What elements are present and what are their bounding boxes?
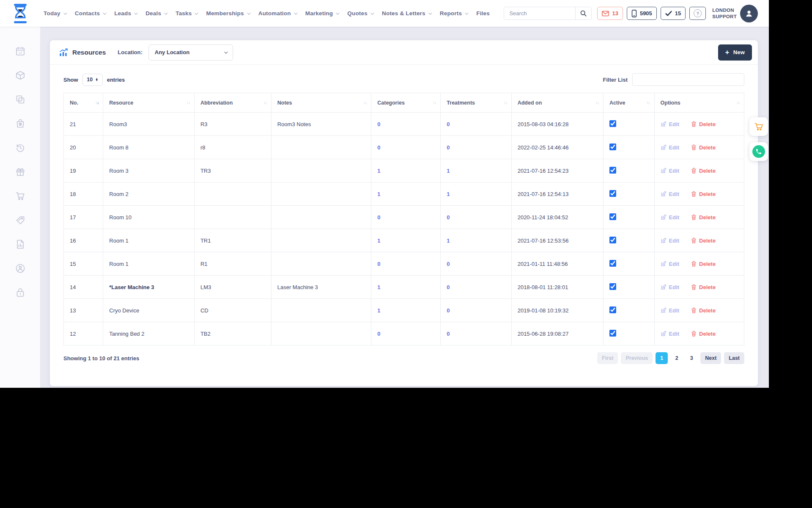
phone-float-button[interactable] [749, 142, 768, 161]
nav-item-today[interactable]: Today [44, 10, 66, 17]
treatments-link[interactable]: 0 [447, 214, 450, 221]
active-checkbox[interactable] [609, 167, 616, 174]
page-size-select[interactable]: 10 ▲▼ [82, 74, 103, 86]
treatments-link[interactable]: 1 [447, 191, 450, 197]
delete-button[interactable]: Delete [691, 261, 716, 267]
treatments-link[interactable]: 1 [447, 168, 450, 174]
treatments-link[interactable]: 0 [447, 261, 450, 267]
treatments-link[interactable]: 0 [447, 284, 450, 290]
categories-link[interactable]: 1 [377, 237, 380, 244]
edit-button[interactable]: Edit [661, 121, 680, 127]
nav-item-notes-letters[interactable]: Notes & Letters [382, 10, 431, 17]
search-input[interactable] [504, 7, 575, 19]
column-header-notes[interactable]: Notes↑↓ [271, 93, 371, 113]
nav-item-quotes[interactable]: Quotes [347, 10, 373, 17]
categories-link[interactable]: 1 [377, 307, 380, 314]
categories-link[interactable]: 0 [377, 261, 380, 267]
phone-badge[interactable]: 5905 [627, 7, 657, 20]
sidebar-item-gift-vouchers[interactable] [15, 167, 25, 177]
nav-item-files[interactable]: Files [476, 10, 490, 17]
categories-link[interactable]: 0 [377, 331, 380, 337]
edit-button[interactable]: Edit [661, 168, 680, 174]
sidebar-item-history[interactable] [15, 143, 25, 153]
help-button[interactable]: ? [689, 7, 706, 20]
column-header-active[interactable]: Active↑↓ [603, 93, 654, 113]
nav-item-automation[interactable]: Automation [258, 10, 296, 17]
active-checkbox[interactable] [609, 144, 616, 150]
column-header-options[interactable]: Options↑↓ [654, 93, 744, 113]
edit-button[interactable]: Edit [661, 307, 680, 314]
treatments-link[interactable]: 0 [447, 331, 450, 337]
sidebar-item-security[interactable] [15, 287, 25, 298]
column-header-abbreviation[interactable]: Abbreviation↑↓ [194, 93, 271, 113]
active-checkbox[interactable] [609, 213, 616, 220]
active-checkbox[interactable] [609, 120, 616, 127]
sidebar-item-shop[interactable] [15, 191, 25, 201]
active-checkbox[interactable] [609, 330, 616, 337]
treatments-link[interactable]: 1 [447, 237, 450, 244]
nav-item-tasks[interactable]: Tasks [176, 10, 197, 17]
edit-button[interactable]: Edit [661, 284, 680, 290]
active-checkbox[interactable] [609, 306, 616, 313]
active-checkbox[interactable] [609, 237, 616, 243]
delete-button[interactable]: Delete [691, 168, 716, 174]
app-logo[interactable] [0, 3, 40, 24]
categories-link[interactable]: 1 [377, 284, 380, 290]
edit-button[interactable]: Edit [661, 237, 680, 244]
delete-button[interactable]: Delete [691, 144, 716, 151]
filter-input[interactable] [632, 73, 744, 86]
cart-float-button[interactable] [749, 117, 768, 136]
sidebar-item-calendar[interactable]: 12 [15, 46, 25, 56]
sidebar-item-reports[interactable] [15, 239, 25, 249]
active-checkbox[interactable] [609, 190, 616, 197]
nav-item-marketing[interactable]: Marketing [305, 10, 339, 17]
nav-item-deals[interactable]: Deals [145, 10, 167, 17]
delete-button[interactable]: Delete [691, 331, 716, 337]
column-header-added-on[interactable]: Added on↑↓ [511, 93, 603, 113]
active-checkbox[interactable] [609, 283, 616, 290]
sidebar-item-duplicates[interactable] [15, 94, 25, 105]
sidebar-item-products[interactable] [15, 70, 25, 80]
pagination-1[interactable]: 1 [656, 352, 668, 364]
search-button[interactable] [575, 7, 591, 19]
pagination-last[interactable]: Last [724, 352, 744, 364]
nav-item-leads[interactable]: Leads [114, 10, 137, 17]
categories-link[interactable]: 0 [377, 121, 380, 127]
categories-link[interactable]: 0 [377, 144, 380, 151]
column-header-categories[interactable]: Categories↑↓ [371, 93, 441, 113]
treatments-link[interactable]: 0 [447, 144, 450, 151]
edit-button[interactable]: Edit [661, 331, 680, 337]
nav-item-contacts[interactable]: Contacts [75, 10, 105, 17]
delete-button[interactable]: Delete [691, 307, 716, 314]
delete-button[interactable]: Delete [691, 214, 716, 221]
edit-button[interactable]: Edit [661, 214, 680, 221]
categories-link[interactable]: 1 [377, 191, 380, 197]
delete-button[interactable]: Delete [691, 237, 716, 244]
pagination-3[interactable]: 3 [686, 352, 697, 364]
pagination-next[interactable]: Next [700, 352, 721, 364]
location-select[interactable]: Any Location [148, 44, 233, 61]
categories-link[interactable]: 0 [377, 214, 380, 221]
edit-button[interactable]: Edit [661, 144, 680, 151]
active-checkbox[interactable] [609, 260, 616, 267]
sidebar-item-account[interactable] [15, 263, 25, 273]
column-header-no[interactable]: No.↑↓ [64, 93, 103, 113]
new-button[interactable]: + New [718, 44, 752, 61]
pagination-2[interactable]: 2 [671, 352, 683, 364]
nav-item-memberships[interactable]: Memberships [206, 10, 249, 17]
sidebar-item-pricing[interactable] [15, 215, 25, 225]
nav-item-reports[interactable]: Reports [440, 10, 467, 17]
delete-button[interactable]: Delete [691, 121, 716, 127]
edit-button[interactable]: Edit [661, 191, 680, 197]
treatments-link[interactable]: 0 [447, 121, 450, 127]
column-header-resource[interactable]: Resource↑↓ [103, 93, 195, 113]
tasks-badge[interactable]: 15 [661, 7, 686, 20]
categories-link[interactable]: 1 [377, 168, 380, 174]
column-header-treatments[interactable]: Treatments↑↓ [441, 93, 511, 113]
treatments-link[interactable]: 0 [447, 307, 450, 314]
edit-button[interactable]: Edit [661, 261, 680, 267]
sidebar-item-orders[interactable] [15, 119, 25, 129]
delete-button[interactable]: Delete [691, 191, 716, 197]
messages-badge[interactable]: 13 [597, 7, 623, 20]
user-menu[interactable]: LONDON SUPPORT [712, 5, 758, 22]
